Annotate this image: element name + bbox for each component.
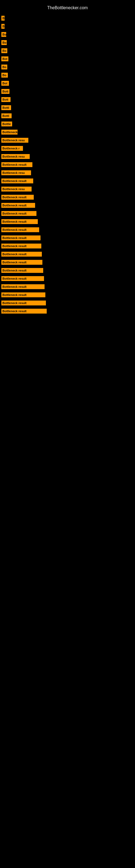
bar-label: Bottleneck resu bbox=[1, 154, 30, 159]
bar-label: Bottleneck result bbox=[1, 301, 46, 305]
bar-row: Bottleneck result bbox=[0, 219, 135, 224]
bar-row: B bbox=[0, 16, 135, 21]
bar-label: Bottleneck result bbox=[1, 260, 42, 265]
bar-label: Bottleneck result bbox=[1, 276, 44, 281]
bar-row: Bottleneck resu bbox=[0, 138, 135, 143]
site-title: TheBottlenecker.com bbox=[0, 3, 135, 16]
bar-row: Bottleneck result bbox=[0, 284, 135, 289]
bar-label: Bot bbox=[1, 56, 8, 61]
bar-label: Bottleneck result bbox=[1, 244, 41, 248]
bar-row: Bottleneck result bbox=[0, 162, 135, 167]
bar-label: Bottleneck resu bbox=[1, 138, 28, 143]
bar-label: Bo bbox=[1, 40, 7, 45]
bar-label: Bottleneck result bbox=[1, 211, 37, 216]
bar-label: Bot bbox=[1, 81, 9, 86]
bar-row: Bottleneck result bbox=[0, 227, 135, 232]
bar-label: Bottl bbox=[1, 113, 12, 118]
bar-label: Bottleneck result bbox=[1, 252, 42, 257]
bar-label: Bottleneck result bbox=[1, 236, 41, 240]
bar-row: Bottleneck result bbox=[0, 211, 135, 216]
bar-label: Bo bbox=[1, 73, 8, 78]
bar-label: B bbox=[1, 16, 5, 21]
bar-label: Bottleneck result bbox=[1, 179, 33, 183]
bar-label: Bott bbox=[1, 97, 10, 102]
bar-row: Bott bbox=[0, 89, 135, 94]
bar-row: Bottleneck result bbox=[0, 276, 135, 281]
bar-row: Bo bbox=[0, 73, 135, 78]
bar-label: Bottleneck result bbox=[1, 284, 45, 289]
bar-label: Bottl bbox=[1, 105, 11, 110]
bar-label: Bottleneck r bbox=[1, 146, 23, 151]
bar-label: Bottleneck result bbox=[1, 195, 34, 199]
bar-label: Bottleneck resu bbox=[1, 170, 31, 175]
bar-label: Bottleneck result bbox=[1, 309, 47, 314]
bar-row: Bottleneck result bbox=[0, 244, 135, 248]
bar-row: Bottleneck result bbox=[0, 309, 135, 314]
bar-row: Bot bbox=[0, 56, 135, 61]
bar-row: Bottleneck result bbox=[0, 236, 135, 240]
bar-label: Bottleneck result bbox=[1, 219, 38, 224]
bar-row: Bottleneck bbox=[0, 130, 135, 134]
bar-row: B bbox=[0, 24, 135, 29]
bar-row: Bottle bbox=[0, 122, 135, 126]
bar-label: Bottleneck bbox=[1, 130, 17, 134]
bar-label: Bottleneck resu bbox=[1, 187, 32, 191]
bar-row: Bottleneck result bbox=[0, 195, 135, 199]
bar-label: Bo bbox=[1, 48, 7, 53]
bar-row: Bottleneck resu bbox=[0, 170, 135, 175]
bar-row: Bottleneck result bbox=[0, 268, 135, 273]
bar-row: Bottl bbox=[0, 113, 135, 118]
main-container: TheBottlenecker.com BBBoBoBoBotBoBoBotBo… bbox=[0, 0, 135, 319]
bar-label: Bottle bbox=[1, 122, 12, 126]
bar-row: Bo bbox=[0, 32, 135, 37]
bar-row: Bottleneck resu bbox=[0, 187, 135, 191]
bar-row: Bott bbox=[0, 97, 135, 102]
bar-row: Bot bbox=[0, 81, 135, 86]
bar-label: Bo bbox=[1, 32, 6, 37]
bar-row: Bo bbox=[0, 65, 135, 69]
bars-wrapper: BBBoBoBoBotBoBoBotBottBottBottlBottlBott… bbox=[0, 16, 135, 314]
bar-row: Bo bbox=[0, 40, 135, 45]
bar-label: Bo bbox=[1, 65, 7, 69]
bar-row: Bottleneck result bbox=[0, 203, 135, 208]
bar-row: Bottleneck result bbox=[0, 292, 135, 297]
bar-label: Bottleneck result bbox=[1, 162, 32, 167]
bar-label: Bottleneck result bbox=[1, 227, 39, 232]
bar-row: Bottl bbox=[0, 105, 135, 110]
bar-row: Bottleneck result bbox=[0, 301, 135, 305]
bar-label: Bott bbox=[1, 89, 9, 94]
bar-row: Bottleneck result bbox=[0, 179, 135, 183]
bar-row: Bottleneck result bbox=[0, 260, 135, 265]
bar-label: B bbox=[1, 24, 5, 29]
bar-label: Bottleneck result bbox=[1, 268, 43, 273]
bar-row: Bottleneck result bbox=[0, 252, 135, 257]
bar-row: Bo bbox=[0, 48, 135, 53]
bar-label: Bottleneck result bbox=[1, 292, 45, 297]
bar-row: Bottleneck resu bbox=[0, 154, 135, 159]
bar-row: Bottleneck r bbox=[0, 146, 135, 151]
bar-label: Bottleneck result bbox=[1, 203, 35, 208]
